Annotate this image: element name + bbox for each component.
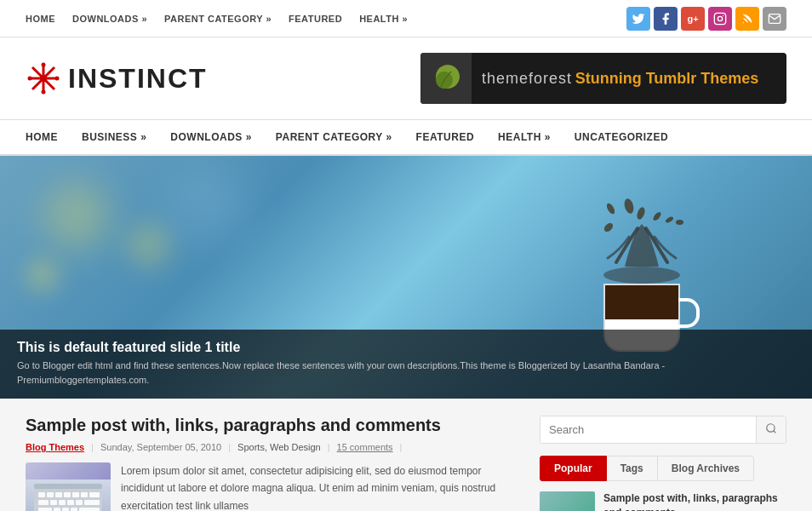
svg-point-36 xyxy=(767,424,775,432)
svg-rect-28 xyxy=(67,500,74,505)
sidebar: Popular Tags Blog Archives Sample post w… xyxy=(540,416,786,511)
svg-rect-0 xyxy=(714,13,725,24)
svg-point-10 xyxy=(42,90,46,95)
themeforest-leaf-icon xyxy=(431,63,461,94)
main-nav-home[interactable]: HOME xyxy=(26,119,70,155)
banner-content: themeforest Stunning Tumblr Themes xyxy=(472,70,786,88)
svg-rect-33 xyxy=(62,508,69,511)
svg-rect-22 xyxy=(72,492,79,497)
hero-description: Go to Blogger edit html and find these s… xyxy=(17,359,795,387)
svg-rect-21 xyxy=(64,492,71,497)
banner-brand-name: themeforest xyxy=(482,70,572,87)
cup-liquid xyxy=(605,285,678,319)
svg-point-1 xyxy=(718,16,722,20)
bokeh-decoration-1 xyxy=(43,181,111,250)
svg-rect-35 xyxy=(79,508,100,511)
top-nav-featured[interactable]: FEATURED xyxy=(289,14,342,24)
google-plus-icon[interactable]: g+ xyxy=(681,7,705,31)
tab-blog-archives[interactable]: Blog Archives xyxy=(657,456,754,481)
top-nav-downloads[interactable]: DOWNLOADS » xyxy=(72,14,147,24)
main-navigation: HOME BUSINESS » DOWNLOADS » PARENT CATEG… xyxy=(0,120,812,156)
hero-slider: This is default featured slide 1 title G… xyxy=(0,156,812,399)
svg-point-3 xyxy=(743,22,744,23)
post-tags: Sports, Web Design xyxy=(237,442,321,452)
sidebar-thumbnail-image xyxy=(540,491,595,511)
site-logo[interactable]: INSTINCT xyxy=(26,60,208,96)
svg-rect-30 xyxy=(84,500,100,505)
post-title: Sample post with, links, paragraphs and … xyxy=(26,416,523,435)
advertisement-banner[interactable]: themeforest Stunning Tumblr Themes xyxy=(420,53,786,104)
post-excerpt: Lorem ipsum dolor sit amet, consectetur … xyxy=(121,462,523,511)
splash-effect xyxy=(591,207,693,292)
post-tags-link[interactable]: Sports, Web Design xyxy=(237,442,321,452)
twitter-icon[interactable] xyxy=(626,7,650,31)
facebook-icon[interactable] xyxy=(654,7,678,31)
meta-separator-4: | xyxy=(400,442,403,452)
sidebar-popular-post: Sample post with, links, paragraphs and … xyxy=(540,491,786,511)
svg-rect-31 xyxy=(38,508,52,511)
logo-icon xyxy=(26,60,61,96)
svg-line-37 xyxy=(774,431,776,433)
email-icon[interactable] xyxy=(763,7,786,31)
search-box[interactable] xyxy=(540,416,786,444)
main-nav-uncategorized[interactable]: UNCATEGORIZED xyxy=(563,119,680,155)
svg-point-11 xyxy=(28,77,32,81)
svg-rect-26 xyxy=(50,500,57,505)
search-button[interactable] xyxy=(756,416,786,443)
rss-icon[interactable] xyxy=(735,7,759,31)
svg-rect-32 xyxy=(54,508,60,511)
sidebar-post-title: Sample post with, links, paragraphs and … xyxy=(603,491,786,511)
bokeh-decoration-2 xyxy=(128,224,170,267)
svg-point-2 xyxy=(723,14,723,15)
instagram-icon[interactable] xyxy=(708,7,732,31)
svg-rect-20 xyxy=(55,492,62,497)
main-nav-featured[interactable]: FEATURED xyxy=(404,119,486,155)
tab-tags[interactable]: Tags xyxy=(606,456,658,481)
svg-point-12 xyxy=(55,77,60,81)
post-body: Lorem ipsum dolor sit amet, consectetur … xyxy=(26,462,523,511)
svg-rect-29 xyxy=(76,500,83,505)
top-nav-links: HOME DOWNLOADS » PARENT CATEGORY » FEATU… xyxy=(26,14,408,24)
cup-handle xyxy=(678,298,700,328)
banner-slogan-text: Stunning Tumblr Themes xyxy=(575,70,759,87)
hero-title: This is default featured slide 1 title xyxy=(17,340,795,355)
thumbnail-image xyxy=(26,479,111,511)
post-comments-link[interactable]: 15 comments xyxy=(337,442,393,452)
sidebar-tabs: Popular Tags Blog Archives xyxy=(540,456,786,481)
meta-separator-1: | xyxy=(91,442,94,452)
svg-point-15 xyxy=(603,267,680,284)
svg-point-8 xyxy=(40,75,47,82)
meta-separator-2: | xyxy=(228,442,231,452)
bokeh-decoration-3 xyxy=(26,258,60,292)
main-content: Sample post with, links, paragraphs and … xyxy=(26,416,523,511)
svg-rect-27 xyxy=(59,500,66,505)
main-nav-parent-category[interactable]: PARENT CATEGORY » xyxy=(264,119,404,155)
banner-logo xyxy=(420,53,472,104)
search-input[interactable] xyxy=(540,416,756,443)
svg-rect-34 xyxy=(71,508,77,511)
search-icon xyxy=(765,422,777,434)
post-meta: Blog Themes | Sunday, September 05, 2010… xyxy=(26,442,523,452)
post-date: Sunday, September 05, 2010 xyxy=(100,442,221,452)
svg-rect-24 xyxy=(89,492,100,497)
meta-separator-3: | xyxy=(328,442,330,452)
svg-rect-18 xyxy=(38,492,45,497)
main-nav-business[interactable]: BUSINESS » xyxy=(70,119,158,155)
social-icons: g+ xyxy=(626,7,786,31)
tab-popular[interactable]: Popular xyxy=(540,456,607,481)
main-nav-health[interactable]: HEALTH » xyxy=(486,119,563,155)
top-navigation: HOME DOWNLOADS » PARENT CATEGORY » FEATU… xyxy=(0,0,812,37)
svg-point-9 xyxy=(42,63,46,67)
main-nav-downloads[interactable]: DOWNLOADS » xyxy=(158,119,264,155)
hero-caption: This is default featured slide 1 title G… xyxy=(0,330,812,399)
site-header: INSTINCT themeforest Stunning Tumblr The… xyxy=(0,37,812,120)
svg-rect-17 xyxy=(34,484,102,489)
top-nav-parent-category[interactable]: PARENT CATEGORY » xyxy=(164,14,272,24)
top-nav-home[interactable]: HOME xyxy=(26,14,55,24)
sidebar-post-thumbnail xyxy=(540,491,595,511)
top-nav-health[interactable]: HEALTH » xyxy=(359,14,408,24)
post-category-link[interactable]: Blog Themes xyxy=(26,442,84,452)
site-name: INSTINCT xyxy=(68,63,208,95)
bokeh-decoration-4 xyxy=(170,164,247,241)
main-content-area: Sample post with, links, paragraphs and … xyxy=(0,399,812,511)
